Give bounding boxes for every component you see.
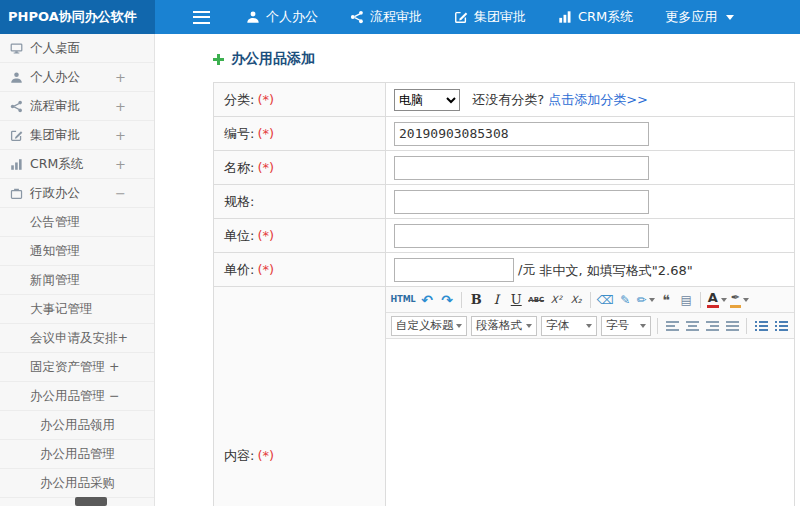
supplies-add-form: 分类:(*) 电脑 还没有分类? 点击添加分类>> 编号:(*) 名称:(*): [213, 82, 795, 506]
caret-down-icon: [743, 298, 749, 302]
collapse-toggle[interactable]: −: [115, 186, 126, 201]
source-code-icon[interactable]: HTML: [390, 290, 417, 310]
expand-toggle[interactable]: +: [115, 157, 126, 172]
sidebar-item-fixed-assets-mgmt[interactable]: 固定资产管理 +: [0, 353, 154, 382]
font-color-icon[interactable]: A: [706, 290, 728, 310]
content-row: 内容:(*) HTML ↶ ↷ B I U ABC X² X₂: [214, 287, 795, 506]
caret-down-icon: [726, 15, 734, 20]
spec-input[interactable]: [394, 190, 649, 214]
category-value-cell: 电脑 还没有分类? 点击添加分类>>: [386, 83, 795, 117]
sidebar-item-admin-office[interactable]: 行政办公 −: [0, 179, 154, 208]
category-row: 分类:(*) 电脑 还没有分类? 点击添加分类>>: [214, 83, 795, 117]
sidebar-item-label: 办公用品管理: [40, 446, 115, 463]
font-size-dropdown[interactable]: 字号: [601, 316, 651, 336]
edit-icon: [454, 10, 468, 24]
custom-title-dropdown[interactable]: 自定义标题: [391, 316, 467, 336]
price-row: 单价:(*) /元 非中文, 如填写格式"2.68": [214, 253, 795, 287]
user-icon: [246, 10, 260, 24]
category-select[interactable]: 电脑: [394, 89, 460, 111]
editor-content-area[interactable]: [386, 339, 794, 506]
sidebar-item-personal-office[interactable]: 个人办公 +: [0, 63, 154, 92]
toolbar-separator: [461, 292, 462, 308]
underline-icon[interactable]: U: [507, 290, 526, 310]
sidebar-item-events-mgmt[interactable]: 大事记管理: [0, 295, 154, 324]
superscript-icon[interactable]: X²: [547, 290, 566, 310]
undo-icon[interactable]: ↶: [418, 290, 437, 310]
sidebar-item-label: 办公用品管理 −: [30, 388, 119, 405]
format-painter-icon[interactable]: ✎: [616, 290, 635, 310]
strikethrough-icon[interactable]: ABC: [527, 290, 546, 310]
sidebar-item-crm-system[interactable]: CRM系统 +: [0, 150, 154, 179]
highlight-icon[interactable]: ✒: [729, 290, 750, 310]
sidebar-item-group-approval[interactable]: 集团审批 +: [0, 121, 154, 150]
required-mark: (*): [257, 160, 274, 175]
name-input[interactable]: [394, 156, 649, 180]
caret-down-icon: [456, 324, 462, 328]
price-value-cell: /元 非中文, 如填写格式"2.68": [386, 253, 795, 287]
subscript-icon[interactable]: X₂: [567, 290, 586, 310]
sidebar-item-supplies-purchase[interactable]: 办公用品采购: [0, 469, 154, 498]
sidebar-item-meeting-apply[interactable]: 会议申请及安排+: [0, 324, 154, 353]
price-input[interactable]: [394, 258, 514, 282]
redo-icon[interactable]: ↷: [438, 290, 457, 310]
sidebar-item-label: 通知管理: [30, 243, 80, 260]
toolbar-separator: [746, 318, 747, 334]
sidebar-item-label: 办公用品领用: [40, 417, 115, 434]
browser-status-fragment: [75, 497, 107, 506]
page-title-text: 办公用品添加: [231, 50, 315, 68]
sidebar-item-label: 行政办公: [30, 185, 80, 202]
sidebar-item-personal-desktop[interactable]: 个人桌面: [0, 34, 154, 63]
sidebar-item-supplies-receive[interactable]: 办公用品领用: [0, 411, 154, 440]
unordered-list-icon[interactable]: [772, 316, 791, 336]
editor-toolbar-row2: 自定义标题 段落格式 字体 字号: [386, 313, 794, 339]
nav-label: CRM系统: [578, 8, 633, 26]
caret-down-icon: [640, 324, 646, 328]
toolbar-separator: [700, 292, 701, 308]
expand-toggle[interactable]: +: [115, 99, 126, 114]
paragraph-format-dropdown[interactable]: 段落格式: [471, 316, 537, 336]
nav-personal-office[interactable]: 个人办公: [246, 8, 318, 26]
eraser-icon[interactable]: ⌫: [596, 290, 615, 310]
align-left-icon[interactable]: [663, 316, 682, 336]
menu-icon[interactable]: [193, 11, 210, 24]
sidebar-item-news-mgmt[interactable]: 新闻管理: [0, 266, 154, 295]
nav-process-approval[interactable]: 流程审批: [350, 8, 422, 26]
nav-group-approval[interactable]: 集团审批: [454, 8, 526, 26]
sidebar-item-process-approval[interactable]: 流程审批 +: [0, 92, 154, 121]
ordered-list-icon[interactable]: [752, 316, 771, 336]
unit-input[interactable]: [394, 224, 649, 248]
user-icon: [10, 71, 23, 84]
sidebar-item-label: 个人办公: [30, 69, 80, 86]
sidebar-item-supplies-manage[interactable]: 办公用品管理: [0, 440, 154, 469]
sidebar-item-notice-mgmt[interactable]: 通知管理: [0, 237, 154, 266]
font-family-dropdown[interactable]: 字体: [541, 316, 597, 336]
page-icon[interactable]: ▤: [677, 290, 696, 310]
align-justify-icon[interactable]: [723, 316, 742, 336]
nav-crm-system[interactable]: CRM系统: [558, 8, 633, 26]
topbar: PHPOA协同办公软件 个人办公 流程审批 集团审批 CRM系统: [0, 0, 800, 34]
bold-icon[interactable]: B: [467, 290, 486, 310]
code-row: 编号:(*): [214, 117, 795, 151]
chart-icon: [558, 10, 572, 24]
expand-toggle[interactable]: +: [115, 128, 126, 143]
italic-icon[interactable]: I: [487, 290, 506, 310]
add-category-link[interactable]: 点击添加分类>>: [548, 92, 648, 107]
nav-label: 个人办公: [266, 8, 318, 26]
expand-toggle[interactable]: +: [115, 70, 126, 85]
name-label: 名称:(*): [214, 151, 386, 185]
required-mark: (*): [257, 448, 274, 463]
nav-more-apps[interactable]: 更多应用: [665, 8, 734, 26]
brush-icon[interactable]: ✏: [636, 290, 656, 310]
sidebar-item-announcement-mgmt[interactable]: 公告管理: [0, 208, 154, 237]
app-logo[interactable]: PHPOA协同办公软件: [0, 0, 155, 34]
align-right-icon[interactable]: [703, 316, 722, 336]
code-input[interactable]: [394, 122, 649, 146]
sidebar-item-office-supplies-mgmt[interactable]: 办公用品管理 −: [0, 382, 154, 411]
chart-icon: [10, 158, 23, 171]
desktop-icon: [10, 42, 23, 55]
align-center-icon[interactable]: [683, 316, 702, 336]
blockquote-icon[interactable]: ❝: [657, 290, 676, 310]
unit-label: 单位:(*): [214, 219, 386, 253]
unit-value-cell: [386, 219, 795, 253]
sidebar-item-label: 会议申请及安排+: [30, 330, 128, 347]
